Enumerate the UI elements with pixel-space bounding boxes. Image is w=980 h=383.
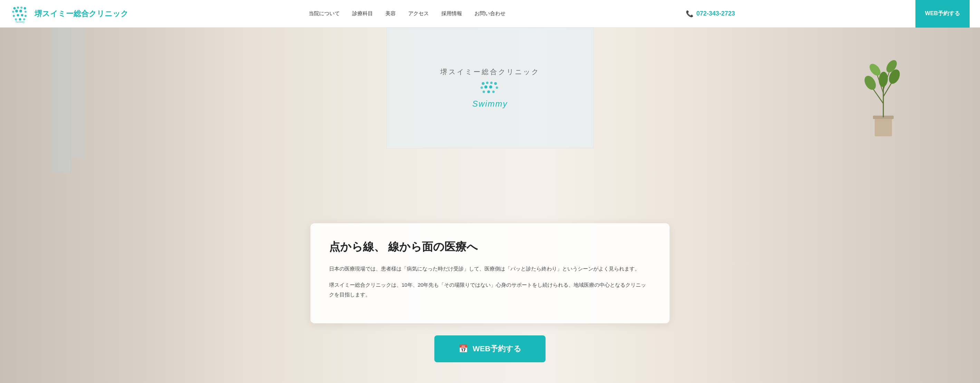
- svg-point-1: [17, 6, 19, 9]
- svg-text:Swimmy: Swimmy: [16, 21, 25, 24]
- svg-point-18: [490, 82, 493, 84]
- nav-beauty[interactable]: 美容: [385, 10, 396, 17]
- logo-link[interactable]: Swimmy 堺スイミー総合クリニック: [10, 4, 129, 24]
- clinic-sign: 堺スイミー総合クリニック: [440, 67, 540, 77]
- svg-point-7: [24, 11, 27, 13]
- svg-point-5: [15, 9, 18, 13]
- svg-point-19: [494, 82, 497, 85]
- plant-decoration: [862, 48, 904, 139]
- header-web-booking-button[interactable]: WEB予約する: [915, 0, 970, 28]
- clinic-reception-panel: 堺スイミー総合クリニック Swimmy: [387, 28, 593, 148]
- nav-recruitment[interactable]: 採用情報: [441, 10, 462, 17]
- content-card: 点から線、 線から面の医療へ 日本の医療現場では、患者様は「病気になった時だけ受…: [310, 223, 670, 323]
- left-glass-panel: [52, 28, 71, 173]
- swimmy-logo-icon: Swimmy: [10, 4, 30, 24]
- svg-point-9: [17, 14, 19, 16]
- calendar-icon: 📅: [458, 344, 468, 353]
- svg-point-11: [24, 15, 27, 17]
- svg-point-3: [24, 7, 26, 9]
- svg-rect-27: [875, 117, 892, 136]
- svg-point-2: [21, 6, 22, 9]
- plant-svg-icon: [862, 48, 904, 138]
- svg-point-8: [13, 15, 15, 17]
- card-paragraph-2: 堺スイミー総合クリニックは、10年、20年先も「その場限りではない」心身のサポー…: [329, 280, 651, 300]
- svg-point-16: [482, 82, 484, 85]
- svg-point-10: [21, 14, 24, 16]
- hero-booking-label: WEB予約する: [473, 343, 522, 354]
- main-navigation: 当院について 診療科目 美容 アクセス 採用情報 お問い合わせ: [309, 10, 506, 17]
- nav-about[interactable]: 当院について: [309, 10, 340, 17]
- phone-number: 072-343-2723: [696, 10, 735, 17]
- phone-icon: 📞: [686, 10, 694, 17]
- card-paragraph-1: 日本の医療現場では、患者様は「病気になった時だけ受診」して、医療側は「パッと診た…: [329, 264, 651, 274]
- svg-point-0: [13, 7, 16, 9]
- hero-section: 堺スイミー総合クリニック Swimmy: [0, 28, 980, 383]
- svg-point-34: [862, 74, 878, 92]
- svg-point-25: [487, 90, 490, 93]
- clinic-name: 堺スイミー総合クリニック: [35, 9, 129, 19]
- svg-point-21: [484, 85, 488, 89]
- svg-point-4: [12, 11, 14, 13]
- svg-point-22: [489, 85, 492, 89]
- svg-point-20: [480, 87, 483, 89]
- site-header: Swimmy 堺スイミー総合クリニック 当院について 診療科目 美容 アクセス …: [0, 0, 980, 28]
- svg-point-24: [483, 91, 485, 93]
- svg-point-17: [486, 82, 488, 84]
- svg-point-23: [496, 87, 498, 89]
- svg-point-26: [492, 91, 495, 93]
- card-heading: 点から線、 線から面の医療へ: [329, 239, 651, 255]
- hero-swimmy-dots-icon: [480, 80, 500, 96]
- nav-departments[interactable]: 診療科目: [352, 10, 373, 17]
- nav-access[interactable]: アクセス: [408, 10, 429, 17]
- left-glass-panel-2: [71, 28, 86, 159]
- svg-point-6: [19, 9, 22, 13]
- phone-display: 📞 072-343-2723: [686, 10, 735, 17]
- nav-contact[interactable]: お問い合わせ: [474, 10, 506, 17]
- hero-swimmy-brand: Swimmy: [473, 99, 508, 109]
- hero-web-booking-button[interactable]: 📅 WEB予約する: [434, 336, 546, 362]
